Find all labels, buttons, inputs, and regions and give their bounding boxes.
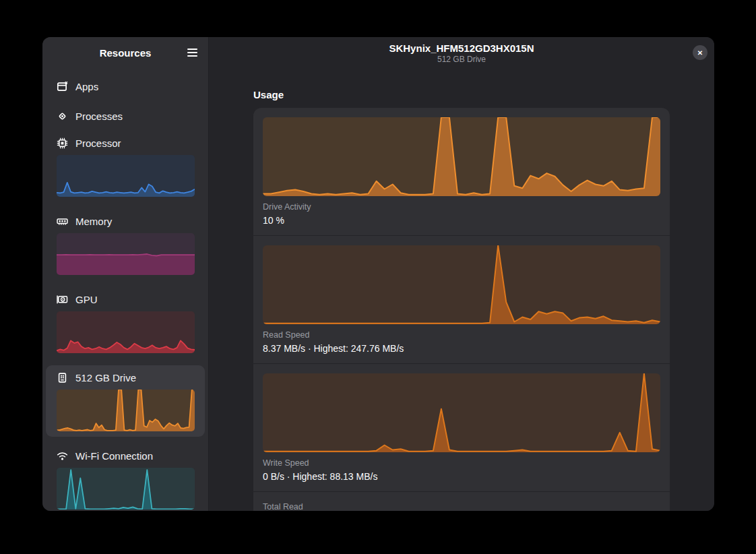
sidebar-item-label: Processes: [75, 111, 123, 122]
wifi-icon: [57, 450, 68, 462]
sidebar-item-row: Apps: [46, 71, 205, 101]
sidebar-header: Resources: [42, 37, 208, 68]
sidebar-item-memory[interactable]: Memory: [46, 209, 205, 280]
usage-scroll-area[interactable]: Usage Drive Activity10 %Read Speed8.37 M…: [209, 65, 714, 511]
sidebar-item-512-gb-drive[interactable]: 512 GB Drive: [46, 365, 205, 437]
memory-icon: [57, 216, 68, 227]
sidebar-item-row: GPU: [46, 287, 205, 311]
sidebar-sparkline-gpu: [57, 311, 195, 353]
menu-button[interactable]: [181, 42, 203, 63]
sidebar-item-processor[interactable]: Processor: [46, 131, 205, 202]
sidebar-item-row: Wi-Fi Connection: [46, 443, 205, 468]
usage-row-label: Read Speed: [263, 330, 660, 340]
sidebar-item-processes[interactable]: Processes: [46, 101, 205, 131]
sidebar-item-wi-fi-connection[interactable]: Wi-Fi Connection: [46, 443, 205, 511]
usage-row-write-speed: Write Speed0 B/s · Highest: 88.13 MB/s: [253, 363, 670, 491]
sidebar-item-row: Processes: [46, 101, 205, 131]
sidebar-item-row: Memory: [46, 209, 205, 233]
usage-row-total-read: Total Read: [253, 491, 670, 511]
processes-icon: [57, 111, 68, 122]
usage-chart-write-speed: [263, 373, 660, 452]
usage-row-drive-activity: Drive Activity10 %: [253, 108, 670, 235]
sidebar-sparkline-memory: [57, 233, 195, 275]
device-title: SKHynix_HFM512GD3HX015N: [209, 42, 714, 55]
sidebar-item-row: Processor: [46, 131, 205, 155]
usage-chart-read-speed: [263, 245, 660, 324]
sidebar: Resources AppsProcessesProcessorMemoryGP…: [42, 37, 209, 511]
sidebar-sparkline-512-gb-drive: [57, 390, 195, 431]
close-icon: ✕: [697, 49, 703, 57]
sidebar-item-label: Apps: [75, 81, 98, 92]
resources-window: Resources AppsProcessesProcessorMemoryGP…: [42, 37, 714, 511]
drive-icon: [57, 372, 68, 383]
sidebar-item-gpu[interactable]: GPU: [46, 287, 205, 359]
gpu-icon: [57, 294, 68, 305]
sidebar-sparkline-processor: [57, 155, 195, 197]
sidebar-item-label: 512 GB Drive: [75, 372, 136, 383]
sidebar-item-label: Memory: [75, 216, 112, 227]
usage-row-label: Drive Activity: [263, 202, 660, 212]
main-header: SKHynix_HFM512GD3HX015N 512 GB Drive: [209, 37, 714, 65]
usage-row-value: 8.37 MB/s · Highest: 247.76 MB/s: [263, 342, 660, 355]
main-panel: SKHynix_HFM512GD3HX015N 512 GB Drive ✕ U…: [209, 37, 714, 511]
section-title: Usage: [253, 89, 670, 100]
usage-card: Drive Activity10 %Read Speed8.37 MB/s · …: [253, 108, 670, 511]
sidebar-item-label: Wi-Fi Connection: [75, 450, 153, 462]
sidebar-nav: AppsProcessesProcessorMemoryGPU512 GB Dr…: [42, 68, 208, 511]
device-subtitle: 512 GB Drive: [209, 55, 714, 65]
usage-row-label: Write Speed: [263, 458, 660, 468]
usage-row-value: 10 %: [263, 214, 660, 226]
sidebar-item-label: GPU: [75, 294, 98, 305]
usage-chart-drive-activity: [263, 117, 660, 196]
window-icon: [57, 81, 68, 92]
close-button[interactable]: ✕: [693, 45, 707, 60]
sidebar-item-label: Processor: [75, 137, 121, 149]
usage-row-read-speed: Read Speed8.37 MB/s · Highest: 247.76 MB…: [253, 235, 670, 363]
sidebar-item-row: 512 GB Drive: [46, 365, 205, 390]
sidebar-sparkline-wi-fi-connection: [57, 468, 195, 510]
sidebar-item-apps[interactable]: Apps: [46, 71, 205, 101]
cpu-icon: [57, 137, 68, 149]
usage-row-value: 0 B/s · Highest: 88.13 MB/s: [263, 470, 660, 483]
hamburger-menu-icon: [187, 49, 197, 57]
usage-row-label: Total Read: [263, 501, 660, 511]
